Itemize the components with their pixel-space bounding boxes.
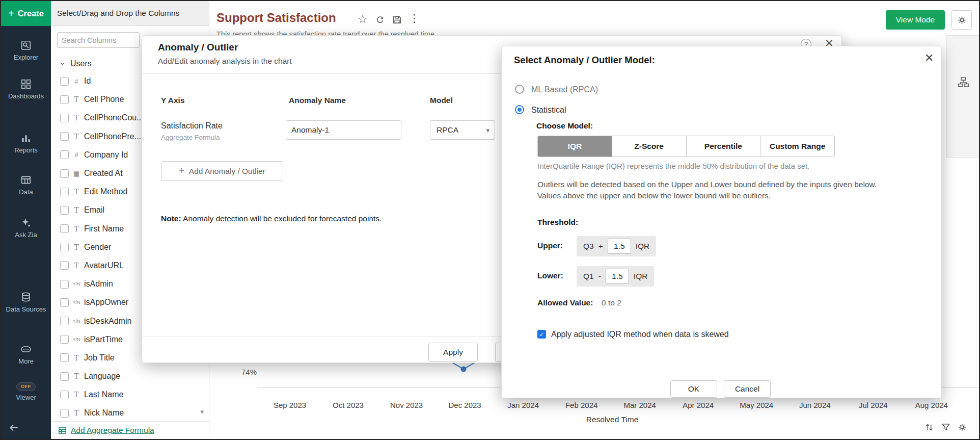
tab-custom-range[interactable]: Custom Range — [760, 136, 834, 157]
column-checkbox[interactable] — [60, 298, 69, 307]
skew-checkbox[interactable]: ✓ — [537, 330, 546, 339]
column-checkbox[interactable] — [60, 95, 69, 104]
upper-unit: IQR — [636, 242, 650, 251]
sidebar-item-label: Ask Zia — [15, 231, 37, 239]
data-point-marker — [461, 367, 467, 372]
model-dropdown[interactable]: RPCA ▾ — [430, 120, 495, 140]
column-checkbox[interactable] — [60, 317, 69, 325]
kebab-menu-icon[interactable]: ⋮ — [409, 12, 420, 24]
chart-tools-rail — [946, 35, 980, 158]
dialog-subtitle: Add/Edit anomaly analysis in the chart — [158, 57, 292, 66]
chart-settings-gear-icon[interactable] — [958, 423, 967, 434]
column-checkbox[interactable] — [60, 188, 69, 196]
search-columns-input[interactable] — [57, 32, 140, 48]
refresh-icon[interactable] — [375, 15, 385, 27]
plus-icon: + — [8, 8, 14, 19]
star-icon[interactable]: ☆ — [358, 13, 368, 26]
close-icon[interactable]: ✕ — [924, 51, 934, 65]
column-header-anomaly-name: Anomaly Name — [289, 96, 346, 105]
column-checkbox[interactable] — [60, 150, 69, 159]
x-tick-label: Feb 2024 — [559, 401, 605, 409]
tab-iqr[interactable]: IQR — [538, 136, 612, 157]
explorer-icon — [20, 40, 32, 51]
save-icon[interactable] — [392, 15, 402, 27]
column-checkbox[interactable] — [60, 114, 69, 122]
sidebar-item-label: More — [18, 357, 34, 365]
tab-z-score[interactable]: Z-Score — [612, 136, 687, 157]
sidebar-item-ask-zia[interactable]: Ask Zia — [1, 217, 51, 239]
text-type-icon: T — [69, 262, 84, 270]
sidebar-item-label: Data Sources — [6, 305, 46, 313]
column-checkbox[interactable] — [60, 243, 69, 251]
filter-icon[interactable] — [941, 423, 950, 434]
column-checkbox[interactable] — [60, 206, 69, 215]
settings-button[interactable] — [951, 10, 972, 30]
ok-button[interactable]: OK — [670, 380, 717, 398]
lower-value-input[interactable] — [606, 269, 629, 284]
upper-value-input[interactable] — [608, 239, 631, 254]
skew-checkbox-label[interactable]: Apply adjusted IQR method when data is s… — [551, 330, 729, 339]
apply-button[interactable]: Apply — [428, 343, 478, 362]
column-header-y-axis: Y Axis — [161, 96, 185, 105]
anomaly-name-input[interactable] — [286, 120, 401, 140]
column-checkbox[interactable] — [60, 372, 69, 381]
radio-ml-based[interactable] — [515, 85, 524, 94]
threshold-label: Threshold: — [537, 218, 578, 227]
create-button[interactable]: + Create — [1, 1, 51, 26]
text-type-icon: T — [69, 391, 84, 399]
column-checkbox[interactable] — [60, 169, 69, 178]
sidebar-item-data-sources[interactable]: Data Sources — [1, 292, 51, 314]
column-checkbox[interactable] — [60, 391, 69, 399]
allowed-value-label: Allowed Value: — [537, 298, 593, 307]
sidebar-item-label: Reports — [14, 146, 38, 154]
column-checkbox[interactable] — [60, 132, 69, 141]
sidebar-item-data[interactable]: Data — [1, 174, 51, 196]
column-checkbox[interactable] — [60, 261, 69, 270]
sidebar-item-dashboards[interactable]: Dashboards — [1, 79, 51, 100]
view-mode-button[interactable]: View Mode — [886, 10, 945, 30]
numeric-type-icon: # — [69, 151, 84, 159]
sidebar-item-more[interactable]: More — [1, 344, 51, 366]
panel-footer: Add Aggregate Formula — [51, 421, 209, 439]
radio-label-statistical[interactable]: Statistical — [531, 106, 566, 115]
column-checkbox[interactable] — [60, 77, 69, 86]
note-text: Note: Anomaly detection will be excluded… — [161, 214, 382, 223]
sidebar-item-label: Dashboards — [8, 92, 44, 100]
tab-percentile[interactable]: Percentile — [687, 136, 761, 157]
sidebar-item-reports[interactable]: Reports — [1, 133, 51, 154]
viewer-off-toggle[interactable]: OFF — [16, 382, 36, 391]
text-type-icon: T — [69, 114, 84, 122]
x-tick-label: Sep 2023 — [267, 401, 313, 409]
allowed-value: 0 to 2 — [602, 298, 621, 307]
list-item[interactable]: TLast Name — [51, 385, 209, 404]
sidebar-item-explorer[interactable]: Explorer — [1, 40, 51, 62]
radio-statistical[interactable] — [515, 105, 524, 114]
column-checkbox[interactable] — [60, 335, 69, 344]
text-type-icon: T — [69, 372, 84, 380]
cancel-button[interactable]: Cancel — [724, 380, 771, 398]
column-checkbox[interactable] — [60, 224, 69, 233]
column-checkbox[interactable] — [60, 409, 69, 418]
text-type-icon: T — [69, 354, 84, 362]
users-group-toggle[interactable]: Users — [59, 56, 92, 71]
y-axis-tick-label: 74% — [231, 368, 257, 376]
sort-icon[interactable] — [925, 423, 934, 434]
text-type-icon: T — [69, 188, 84, 196]
add-aggregate-formula-link[interactable]: Add Aggregate Formula — [71, 426, 154, 435]
radio-label-ml-based[interactable]: ML Based (RPCA) — [531, 85, 598, 94]
boolean-type-icon: Y/N — [69, 319, 84, 324]
hierarchy-chart-icon[interactable] — [958, 76, 969, 88]
arrow-left-icon — [8, 422, 19, 433]
list-item[interactable]: TLanguage — [51, 367, 209, 385]
add-anomaly-button[interactable]: + Add Anomaly / Outlier — [161, 161, 283, 181]
column-checkbox[interactable] — [60, 280, 69, 289]
sidebar-collapse-button[interactable] — [8, 422, 19, 435]
scroll-down-icon[interactable]: ▾ — [200, 408, 204, 416]
lower-base: Q1 — [583, 272, 594, 281]
group-label: Users — [70, 59, 92, 68]
column-checkbox[interactable] — [60, 353, 69, 362]
sidebar: + Create Explorer Dashboards Reports Dat… — [1, 1, 51, 439]
dashboards-icon — [20, 79, 32, 90]
sidebar-item-viewer[interactable]: OFF Viewer — [1, 382, 51, 402]
list-item[interactable]: TNick Name — [51, 404, 209, 422]
